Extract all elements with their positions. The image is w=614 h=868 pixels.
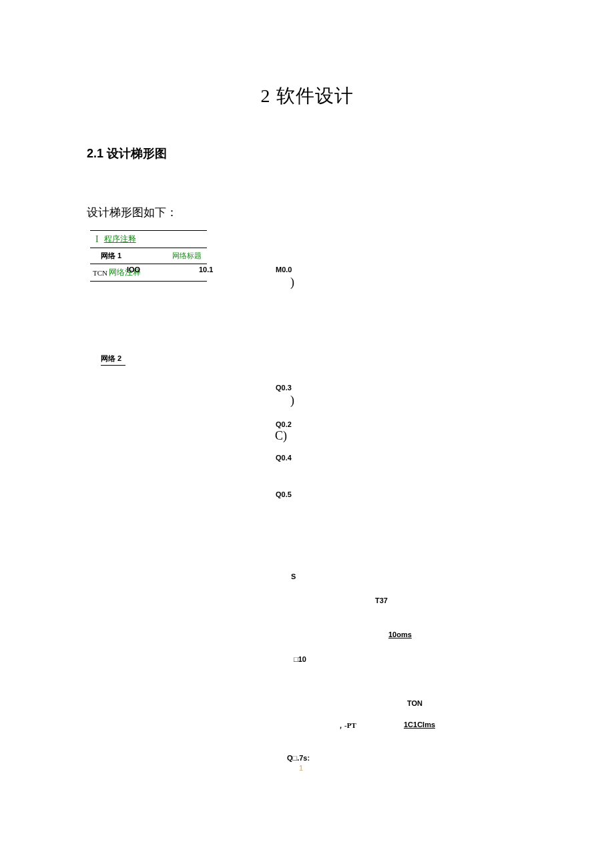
page-title: 2 软件设计 <box>0 0 614 109</box>
intro-text: 设计梯形图如下： <box>87 205 614 220</box>
io1-label: 10.1 <box>199 266 213 274</box>
network-1-label: 网络 1 <box>101 251 121 261</box>
box10-label: □10 <box>294 655 306 663</box>
ladder-diagram-header: I 程序注释 网络 1 网络标题 TCN 网络注释 <box>90 230 207 282</box>
chapter-text: 软件设计 <box>276 85 354 106</box>
t37-label: T37 <box>375 596 388 604</box>
chapter-num: 2 <box>261 85 271 106</box>
q04-label: Q0.4 <box>276 454 292 462</box>
q07s-label: Q□.7s: <box>287 754 310 762</box>
hundoms-label: 10oms <box>388 630 412 638</box>
section-num: 2.1 <box>87 147 103 160</box>
m00-label: M0.0 <box>276 266 292 274</box>
network-2-label: 网络 2 <box>101 354 125 366</box>
network-title-label: 网络标题 <box>172 251 202 261</box>
ton-label: TON <box>407 699 422 707</box>
tcn-prefix: TCN <box>93 269 107 277</box>
section-text: 设计梯形图 <box>107 147 167 160</box>
q05-label: Q0.5 <box>276 490 292 498</box>
ioo-label: IOO <box>127 266 140 274</box>
page-number: 1 <box>299 764 303 772</box>
pt-label: ，-PT <box>337 721 356 731</box>
q03-label: Q0.3 <box>276 384 292 392</box>
section-title: 2.1 设计梯形图 <box>87 145 614 161</box>
paren-2: ) <box>290 394 294 408</box>
paren-1: ) <box>290 276 294 290</box>
s-label: S <box>291 572 296 580</box>
diagram-row-3: TCN 网络注释 <box>90 264 207 282</box>
c1c1ms-label: 1C1CIms <box>404 721 435 729</box>
diagram-row-1: I 程序注释 <box>90 231 207 248</box>
c-paren: C) <box>275 429 287 443</box>
q02-label: Q0.2 <box>276 420 292 428</box>
glyph-i: I <box>95 234 99 245</box>
diagram-row-2: 网络 1 网络标题 <box>90 248 207 264</box>
program-comment-label: 程序注释 <box>104 234 136 245</box>
